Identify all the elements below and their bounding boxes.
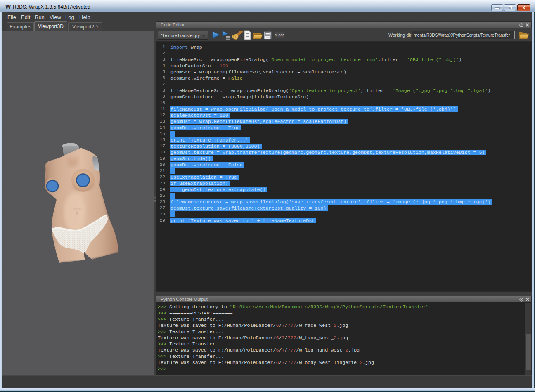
svg-text:CLOSE: CLOSE <box>275 34 284 37</box>
